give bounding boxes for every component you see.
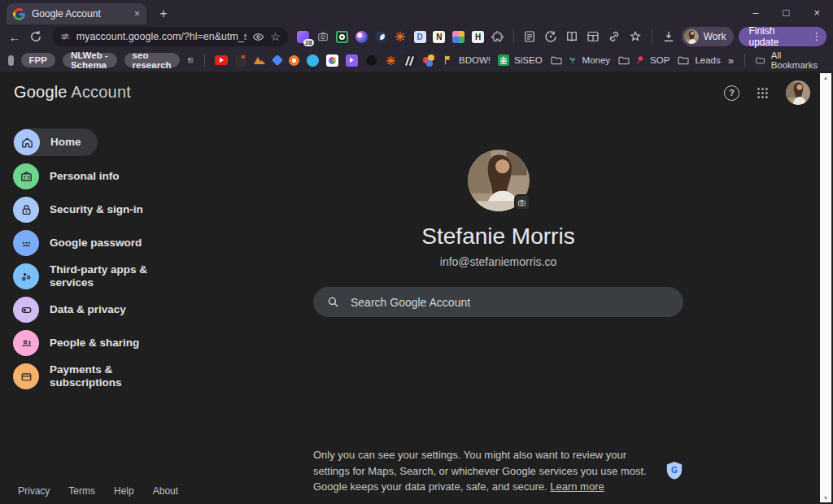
url-text[interactable]: myaccount.google.com/?hl=en&utm_sourc... [76, 31, 246, 42]
bookmark-all-button[interactable] [627, 28, 643, 45]
extension-moon-icon[interactable] [373, 29, 388, 44]
bookmark-ring-icon[interactable] [289, 54, 299, 67]
bookmark-cluster-icon[interactable] [423, 54, 435, 67]
preview-eye-icon[interactable] [252, 31, 264, 43]
site-settings-icon[interactable] [59, 31, 71, 42]
browser-toolbar: ← myaccount.google.com/?hl=en&utm_sourc.… [0, 24, 833, 49]
minimize-button[interactable]: – [752, 7, 758, 19]
account-nav: Home Personal info Security & sign-in Go… [13, 128, 200, 389]
search-input[interactable] [351, 296, 670, 309]
sidebar-item-people-sharing[interactable]: People & sharing [13, 330, 139, 356]
extension-o-icon[interactable] [335, 29, 350, 44]
bookmark-stripes-icon[interactable] [404, 54, 416, 67]
extension-swirl-icon[interactable] [354, 29, 369, 44]
bookmarks-bar: FPP NLWeb - Schema seo research BDOW! Si… [0, 49, 833, 72]
pin-icon [635, 55, 645, 65]
calendar-badge: 28 [303, 39, 313, 46]
google-apps-grid-icon[interactable] [756, 86, 770, 100]
download-icon [661, 29, 676, 44]
profile-photo[interactable] [468, 150, 530, 211]
copy-link-button[interactable] [606, 28, 622, 45]
bookmark-rainbow-icon[interactable] [326, 54, 338, 67]
bookmark-star-icon[interactable]: ☆ [270, 31, 281, 42]
extension-notion-icon[interactable]: N [432, 29, 447, 44]
scroll-down-icon[interactable]: ▼ [823, 493, 829, 502]
bookmark-blue-circle-icon[interactable] [307, 54, 319, 67]
star-sparkle-icon [628, 29, 643, 44]
account-name: Stefanie Morris [313, 224, 683, 250]
sidebar-item-third-party[interactable]: Third-party apps & services [13, 263, 159, 289]
bookmark-starburst-icon[interactable] [385, 54, 397, 67]
browser-profile-button[interactable]: Work [682, 27, 735, 46]
bookmark-bdow[interactable]: BDOW! [443, 54, 491, 66]
about-link[interactable]: About [153, 485, 178, 497]
help-link[interactable]: Help [114, 485, 134, 497]
terms-link[interactable]: Terms [68, 485, 95, 497]
folder-icon [550, 54, 563, 67]
all-bookmarks-button[interactable]: All Bookmarks [755, 50, 825, 70]
bookmarks-overflow-chevron[interactable]: » [728, 54, 734, 67]
reload-button[interactable] [28, 28, 44, 45]
extension-mosaic-icon[interactable] [451, 29, 466, 44]
account-avatar[interactable] [786, 80, 810, 105]
browser-menu-icon[interactable]: ⋮ [812, 31, 822, 42]
tab-group-nlweb[interactable]: NLWeb - Schema [63, 53, 117, 67]
browser-tab[interactable]: Google Account × [7, 3, 146, 24]
bookmark-mountain-icon[interactable] [253, 54, 266, 67]
sidebar-item-home[interactable]: Home [13, 128, 98, 156]
help-icon[interactable]: ? [724, 85, 739, 101]
history-button[interactable] [543, 28, 559, 45]
page-scrollbar[interactable]: ▲ ▼ [820, 73, 831, 502]
close-button[interactable]: × [813, 7, 820, 19]
profile-avatar [684, 29, 699, 44]
bookmark-diamond-icon[interactable] [273, 54, 281, 67]
badge-icon [13, 163, 39, 189]
home-icon [14, 129, 40, 155]
bookmark-purple-play-icon[interactable] [346, 54, 358, 67]
new-tab-button[interactable]: + [153, 3, 174, 24]
bookmark-folder-money[interactable]: Money [550, 54, 611, 67]
bookmark-folder-sop[interactable]: SOP [617, 54, 669, 67]
bookmark-black-circle-icon[interactable] [365, 54, 377, 67]
account-search[interactable] [313, 287, 683, 317]
downloads-button[interactable] [661, 28, 677, 45]
password-dots-icon [13, 230, 39, 256]
extensions-puzzle-icon[interactable] [491, 29, 505, 44]
sidebar-item-payments[interactable]: Payments & subscriptions [13, 363, 159, 389]
extension-camera-icon[interactable] [316, 29, 330, 44]
sidebar-item-personal-info[interactable]: Personal info [13, 163, 120, 189]
back-button[interactable]: ← [7, 28, 23, 45]
notes-panel-button[interactable] [522, 28, 539, 45]
extension-calendar-icon[interactable]: 28 [296, 29, 311, 44]
extension-d-icon[interactable]: D [412, 29, 427, 44]
extension-starburst-icon[interactable] [393, 29, 408, 44]
change-photo-camera-icon[interactable] [514, 194, 530, 211]
scroll-up-icon[interactable]: ▲ [823, 73, 829, 82]
learn-more-link[interactable]: Learn more [550, 480, 604, 493]
book-icon [565, 29, 579, 44]
bookmark-folder-leads[interactable]: Leads [677, 54, 720, 67]
bookmark-youtube-icon[interactable] [215, 54, 228, 67]
side-panel-button[interactable] [585, 28, 601, 45]
reading-list-button[interactable] [564, 28, 580, 45]
account-email: info@stefaniemorris.co [313, 255, 683, 268]
google-favicon-icon [13, 8, 25, 20]
tab-group-fpp[interactable]: FPP [21, 53, 55, 67]
extension-h-icon[interactable]: H [471, 29, 486, 44]
folder-icon [755, 54, 765, 67]
tab-close-icon[interactable]: × [134, 8, 140, 20]
privacy-link[interactable]: Privacy [18, 485, 50, 497]
bookmark-siseo[interactable]: SiSEO [498, 54, 543, 66]
sidebar-item-security[interactable]: Security & sign-in [13, 197, 143, 223]
address-bar[interactable]: myaccount.google.com/?hl=en&utm_sourc...… [52, 27, 288, 46]
tab-group-chip[interactable] [8, 55, 14, 66]
profile-name-label: Work [704, 31, 726, 42]
sidebar-item-google-password[interactable]: Google password [13, 230, 142, 256]
finish-update-button[interactable]: Finish update ⋮ [739, 27, 826, 46]
history-clock-icon [543, 29, 558, 44]
tab-group-seo[interactable]: seo research [124, 53, 180, 67]
sidebar-item-data-privacy[interactable]: Data & privacy [13, 297, 126, 323]
bookmark-darkfile-icon[interactable] [235, 54, 246, 67]
maximize-button[interactable]: □ [783, 7, 790, 19]
saved-tab-groups-icon[interactable] [187, 54, 194, 67]
